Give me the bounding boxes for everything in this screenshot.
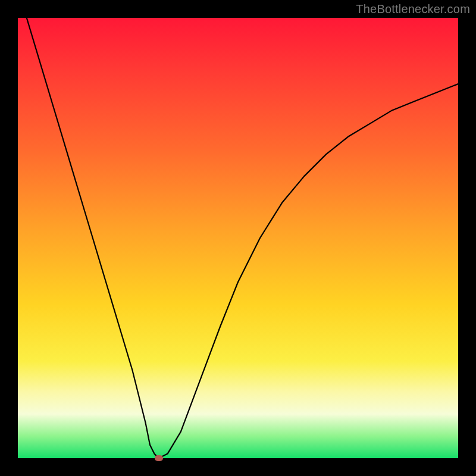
watermark-text: TheBottlenecker.com — [356, 2, 470, 16]
plot-area — [18, 18, 458, 458]
bottleneck-curve — [18, 18, 458, 458]
optimal-point-marker — [155, 455, 163, 461]
chart-frame: TheBottlenecker.com — [0, 0, 476, 476]
